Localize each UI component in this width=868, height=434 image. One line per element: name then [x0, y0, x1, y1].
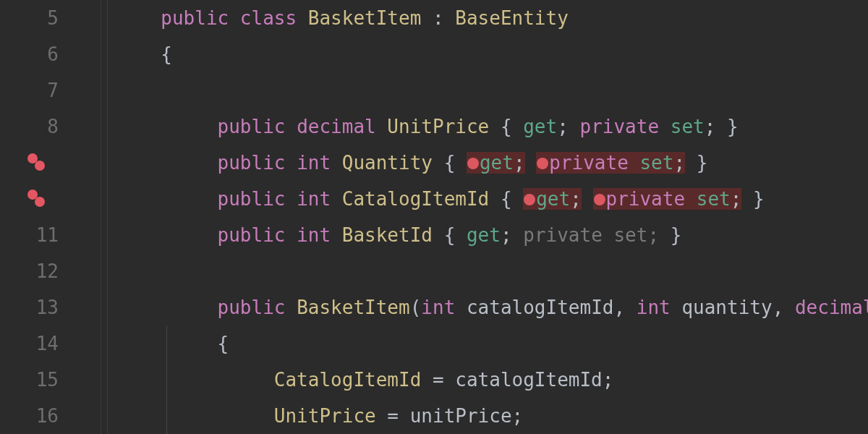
code-token: public [218, 298, 297, 317]
code-token: BasketItem [308, 9, 433, 27]
code-token: } [741, 190, 764, 208]
code-token: catalogItemId [467, 298, 614, 317]
gutter-row[interactable]: 7 [0, 72, 101, 109]
code-token [525, 153, 537, 172]
code-token: CatalogItemId [274, 370, 433, 389]
code-token: BasketItem [297, 298, 410, 317]
code-token: ; [501, 226, 523, 244]
code-token: , [613, 298, 636, 317]
code-line[interactable]: public BasketItem(int catalogItemId, int… [101, 289, 868, 326]
code-token: set [671, 117, 705, 136]
gutter-row[interactable] [0, 145, 101, 181]
line-number: 8 [47, 117, 59, 136]
code-token: UnitPrice [387, 117, 501, 136]
code-token: { [444, 226, 467, 244]
line-number: 11 [36, 226, 59, 244]
code-token: int [297, 226, 342, 244]
gutter-row[interactable] [0, 181, 101, 217]
gutter[interactable]: 5678111213141516 [0, 0, 101, 434]
code-line[interactable]: CatalogItemId = catalogItemId; [101, 362, 868, 398]
code-line[interactable]: UnitPrice = unitPrice; [101, 398, 868, 434]
code-token: get [480, 152, 514, 174]
gutter-row[interactable]: 15 [0, 362, 101, 398]
code-token: ; [673, 152, 685, 174]
indent [104, 334, 218, 353]
inline-breakpoint-hit: get; [467, 152, 525, 174]
code-token: UnitPrice [274, 407, 388, 425]
code-token: { [218, 334, 229, 353]
code-token: public [161, 9, 240, 27]
code-token: set [639, 152, 673, 174]
code-token: ( [410, 298, 422, 317]
gutter-row[interactable]: 12 [0, 253, 101, 289]
code-line[interactable]: { [101, 326, 868, 362]
code-token: Quantity [342, 153, 444, 172]
gutter-row[interactable]: 14 [0, 326, 101, 362]
code-token: BasketId [342, 226, 444, 244]
code-token: set [613, 226, 647, 244]
code-token: , [773, 298, 795, 317]
inline-breakpoint-dot-icon[interactable] [536, 157, 549, 170]
code-token: ; [731, 188, 742, 210]
indent [104, 370, 274, 389]
code-token: { [444, 153, 467, 172]
code-token: class [240, 9, 308, 27]
inline-breakpoint-dot-icon[interactable] [593, 193, 606, 206]
inline-breakpoint-dot-icon[interactable] [523, 193, 536, 206]
code-token: CatalogItemId [342, 190, 501, 208]
code-token: int [297, 153, 342, 172]
line-number: 14 [36, 334, 59, 353]
line-number: 7 [47, 81, 59, 100]
gutter-row[interactable]: 8 [0, 109, 101, 145]
line-number: 16 [36, 407, 59, 425]
code-token: public [218, 117, 297, 136]
line-number: 13 [36, 298, 59, 317]
code-area[interactable]: public class BasketItem : BaseEntity { p… [101, 0, 868, 434]
code-token: ; [603, 370, 614, 389]
code-token: int [421, 298, 467, 317]
code-token: int [297, 190, 342, 208]
code-line[interactable]: public int BasketId { get; private set; … [101, 217, 868, 253]
indent [104, 190, 218, 208]
code-editor: 5678111213141516 public class BasketItem… [0, 0, 868, 434]
code-token: } [727, 117, 739, 136]
gutter-row[interactable]: 6 [0, 36, 101, 72]
code-token: ; [512, 407, 524, 425]
indent [104, 226, 218, 244]
code-line[interactable]: { [101, 36, 868, 72]
code-token: } [685, 153, 707, 172]
indent [104, 9, 161, 27]
gutter-row[interactable]: 5 [0, 0, 101, 36]
code-line[interactable] [101, 72, 868, 109]
code-token: int [637, 298, 682, 317]
code-token: get [467, 226, 501, 244]
code-token: ; [514, 152, 525, 174]
code-line[interactable]: public class BasketItem : BaseEntity [101, 0, 868, 36]
code-token: public [218, 153, 297, 172]
line-number: 15 [36, 370, 59, 389]
code-line[interactable]: public int CatalogItemId { get; private … [101, 181, 868, 217]
gutter-row[interactable]: 13 [0, 289, 101, 326]
breakpoint-pair-icon[interactable] [27, 190, 48, 208]
code-line[interactable]: public int Quantity { get; private set; … [101, 145, 868, 181]
code-line[interactable]: public decimal UnitPrice { get; private … [101, 109, 868, 145]
breakpoint-pair-icon[interactable] [27, 153, 48, 172]
gutter-row[interactable]: 16 [0, 398, 101, 434]
gutter-row[interactable]: 11 [0, 217, 101, 253]
inline-breakpoint-dot-icon[interactable] [467, 157, 480, 170]
inline-breakpoint-hit: private set; [536, 152, 685, 174]
code-token: BaseEntity [455, 9, 569, 27]
code-token: quantity [681, 298, 772, 317]
line-number: 6 [47, 45, 59, 64]
code-token: { [501, 190, 523, 208]
code-token: { [501, 117, 523, 136]
indent [104, 153, 218, 172]
code-token: set [697, 188, 731, 210]
code-token: { [161, 45, 172, 64]
code-line[interactable] [101, 253, 868, 289]
indent-guide [166, 326, 167, 434]
code-token: = [387, 407, 409, 425]
indent-guide [107, 0, 108, 434]
indent [104, 407, 274, 425]
code-token: decimal [795, 298, 868, 317]
